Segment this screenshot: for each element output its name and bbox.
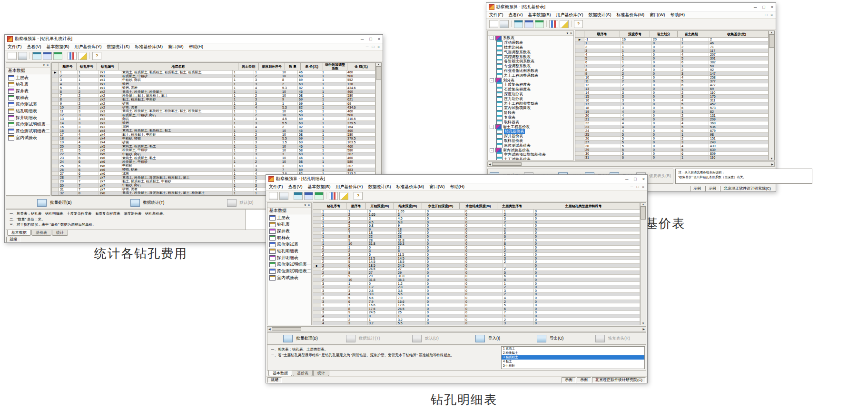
table-row[interactable]: 6106382: [575, 60, 769, 64]
table-row[interactable]: 215zk5粉质黏土, 中粗砂1210581580: [52, 149, 375, 152]
sidebar-item[interactable]: 室内试验表: [267, 274, 311, 281]
table-row[interactable]: 820292: [575, 68, 769, 72]
table-row[interactable]: 321.22.80020: [313, 285, 640, 289]
tree-item[interactable]: 高程调整系数表: [488, 54, 573, 59]
collapse-icon[interactable]: -: [490, 125, 494, 129]
edit-icon[interactable]: [78, 52, 87, 60]
action-button[interactable]: 批量处理(B): [8, 199, 101, 207]
column-header[interactable]: 土层钻孔类型显示特殊号: [527, 203, 640, 210]
column-header[interactable]: 金 额(元): [347, 63, 375, 70]
row-selector[interactable]: [575, 121, 584, 125]
table-data-icon[interactable]: [514, 20, 523, 28]
table-row[interactable]: 194zk4砂岩131.5691103.5: [52, 140, 375, 144]
action-button[interactable]: 默认(D): [394, 335, 456, 342]
column-header[interactable]: 深度划分序号: [259, 63, 285, 70]
column-header[interactable]: 地层名称: [118, 63, 238, 70]
table-row[interactable]: 32602168: [575, 160, 769, 160]
help-icon[interactable]: ?: [574, 20, 583, 28]
row-selector[interactable]: [313, 307, 321, 311]
table-row[interactable]: 3101.20010: [313, 282, 640, 286]
row-selector[interactable]: [313, 253, 321, 257]
row-selector[interactable]: [313, 300, 321, 304]
table-row[interactable]: 2514.518.50020: [313, 260, 640, 264]
column-header[interactable]: 开始深度(m): [366, 203, 394, 210]
table-row[interactable]: 9203147: [575, 72, 769, 76]
row-selector[interactable]: [575, 53, 584, 57]
row-selector[interactable]: [313, 239, 321, 242]
table-row[interactable]: 355.67.90040: [313, 296, 640, 300]
row-selector[interactable]: [313, 257, 321, 261]
scroll-thumb[interactable]: [272, 327, 301, 331]
row-selector[interactable]: [313, 285, 321, 289]
menu-item[interactable]: 查看(V): [27, 44, 41, 50]
row-selector[interactable]: [313, 235, 321, 239]
menu-item[interactable]: 数据统计(S): [368, 184, 391, 190]
listbox-item[interactable]: 1 素填土: [502, 347, 644, 351]
row-selector[interactable]: [52, 90, 59, 94]
menu-item[interactable]: 帮助(H): [671, 12, 685, 18]
row-selector[interactable]: [313, 250, 321, 253]
sidebar-item[interactable]: 土层表: [6, 74, 50, 81]
tree-item[interactable]: 专业表: [488, 115, 573, 120]
table-row[interactable]: 24406679: [575, 129, 769, 133]
table-row[interactable]: 5105301: [575, 57, 769, 60]
column-header[interactable]: 钻孔编号: [97, 63, 118, 70]
column-header[interactable]: 收集基价(元): [705, 31, 769, 38]
row-selector[interactable]: [52, 125, 59, 129]
row-selector[interactable]: [52, 102, 59, 106]
listbox-item[interactable]: 4 黏土: [502, 360, 644, 364]
table-row[interactable]: 144.56.80020: [313, 221, 640, 224]
mdi-close-button[interactable]: ×: [642, 185, 644, 189]
row-selector[interactable]: [52, 156, 59, 160]
row-selector[interactable]: [575, 160, 584, 160]
menu-item[interactable]: 基本数据(B): [528, 12, 551, 18]
table-export-icon[interactable]: [315, 192, 324, 200]
row-selector[interactable]: [313, 303, 321, 307]
horizontal-scrollbar[interactable]: ◀ ▶: [487, 161, 775, 167]
table-row[interactable]: 27503249: [575, 140, 769, 144]
row-selector[interactable]: [52, 152, 59, 156]
table-row[interactable]: 72zk2粉质黏土, 黏土, 黏质粉土, 黏土1210581580: [52, 94, 375, 98]
row-selector[interactable]: [313, 231, 321, 235]
row-selector[interactable]: [52, 94, 59, 98]
row-selector[interactable]: [313, 278, 321, 282]
chart-icon[interactable]: [68, 52, 77, 60]
row-selector[interactable]: [313, 296, 321, 300]
table-row[interactable]: 102zk2砂岩, 泥岩145.3821434.6: [52, 106, 375, 110]
menu-item[interactable]: 文件(F): [269, 184, 283, 190]
tree-item[interactable]: -划分表: [488, 78, 573, 82]
vertical-scrollbar[interactable]: ▲ ▼: [769, 31, 774, 160]
sidebar-item[interactable]: 探井明细表: [6, 114, 50, 121]
row-selector[interactable]: [575, 45, 584, 49]
row-selector[interactable]: [313, 318, 321, 322]
row-selector[interactable]: [575, 60, 584, 64]
row-selector[interactable]: [52, 183, 59, 187]
row-selector[interactable]: [575, 152, 584, 156]
column-header[interactable]: 水位开始深度(m): [422, 203, 460, 210]
sidebar-item[interactable]: 钻孔表: [6, 81, 50, 88]
action-button[interactable]: 数据统计(T): [332, 335, 394, 342]
sidebar-item[interactable]: 原位测试明细表一: [6, 121, 50, 128]
row-selector[interactable]: [313, 228, 321, 231]
table-row[interactable]: 164zk4素填土, 粉质黏土, 黏质粉土, 黏土1110461460: [52, 129, 375, 133]
table-row[interactable]: 256zk6中粗砂133691207: [52, 164, 375, 168]
mdi-restore-button[interactable]: □: [765, 13, 767, 17]
collapse-icon[interactable]: -: [490, 78, 494, 82]
action-button[interactable]: 恢复表头(R): [582, 335, 644, 342]
row-selector[interactable]: [52, 149, 59, 152]
row-selector[interactable]: [52, 168, 59, 172]
table-row[interactable]: 169180020: [313, 228, 640, 231]
menu-item[interactable]: 基本数据(B): [47, 44, 69, 50]
row-selector[interactable]: ▶: [52, 70, 59, 74]
menu-item[interactable]: 帮助(H): [450, 184, 465, 190]
tree-item[interactable]: 原位测试基价表: [488, 143, 573, 148]
title-bar[interactable]: 勘察概预算 - [钻孔基价表] ─ □ ×: [486, 3, 776, 11]
help-icon[interactable]: ?: [354, 192, 363, 200]
column-header[interactable]: 综合附加调整系数: [323, 63, 347, 70]
table-row[interactable]: 62zk2素填土, 粉质黏土, 粉质黏土1110461460: [52, 90, 375, 94]
menu-item[interactable]: 查看(V): [509, 12, 523, 18]
row-selector[interactable]: [313, 210, 321, 213]
maximize-button[interactable]: □: [634, 177, 636, 181]
table-row[interactable]: ▶2618.524.50090: [313, 264, 640, 268]
row-selector[interactable]: [575, 133, 584, 137]
